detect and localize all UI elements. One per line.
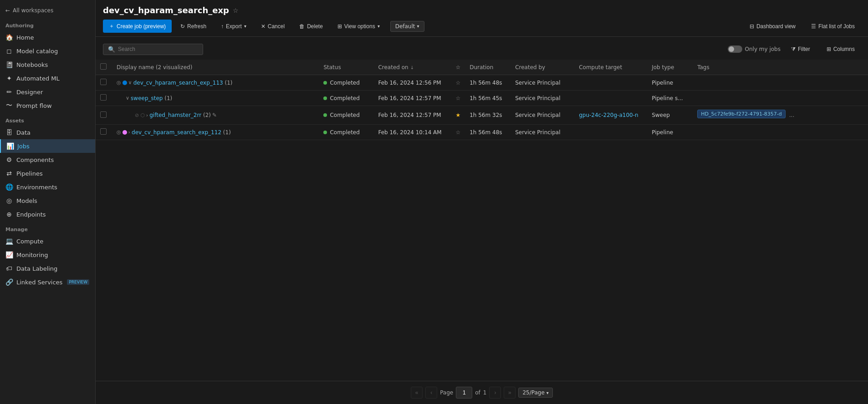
- last-page-button[interactable]: »: [504, 387, 516, 399]
- authoring-section: Authoring: [0, 17, 95, 30]
- sidebar-item-notebooks[interactable]: 📓 Notebooks: [0, 58, 95, 71]
- sidebar-item-label: Monitoring: [16, 252, 48, 258]
- col-header-created-by[interactable]: Created by: [511, 60, 574, 75]
- row3-created-on: Feb 16, 2024 12:57 PM: [373, 106, 451, 125]
- row3-job-link[interactable]: gifted_hamster_2rr (2): [149, 112, 211, 118]
- row2-star-cell: ☆: [451, 91, 465, 106]
- sidebar-item-components[interactable]: ⚙ Components: [0, 153, 95, 167]
- sidebar-item-compute[interactable]: 💻 Compute: [0, 234, 95, 248]
- back-button[interactable]: ← All workspaces: [0, 4, 95, 17]
- select-all-checkbox[interactable]: [100, 63, 107, 70]
- page-input[interactable]: [456, 387, 472, 399]
- row2-checkbox[interactable]: [100, 94, 107, 101]
- row1-job-link[interactable]: dev_cv_hparam_search_exp_113 (1): [133, 80, 233, 86]
- star-col-icon: ☆: [455, 64, 460, 71]
- row3-name: ⊘ ⬡ › gifted_hamster_2rr (2) ✎: [112, 106, 319, 125]
- sidebar-item-designer[interactable]: ✏ Designer: [0, 85, 95, 99]
- col-header-tags[interactable]: Tags: [693, 60, 868, 75]
- sidebar-item-jobs[interactable]: 📊 Jobs: [0, 139, 95, 153]
- row1-checkbox[interactable]: [100, 79, 107, 85]
- sidebar-item-data[interactable]: 🗄 Data: [0, 126, 95, 139]
- table-row: ◎ ∨ dev_cv_hparam_search_exp_113 (1): [96, 75, 868, 91]
- dashboard-view-button[interactable]: ⊟ Dashboard view: [744, 20, 802, 32]
- row2-job-link[interactable]: sweep_step (1): [131, 95, 172, 101]
- preview-badge: PREVIEW: [67, 279, 89, 285]
- row4-star-icon[interactable]: ☆: [455, 129, 460, 136]
- sidebar-item-label: Data Labeling: [16, 265, 57, 272]
- row2-duration: 1h 56m 45s: [465, 91, 511, 106]
- col-header-duration[interactable]: Duration: [465, 60, 511, 75]
- sidebar-item-label: Home: [16, 34, 34, 41]
- row2-job-type: Pipeline s...: [647, 91, 693, 106]
- per-page-select[interactable]: 25/Page ▾: [518, 388, 552, 398]
- col-header-status[interactable]: Status: [319, 60, 373, 75]
- compute-icon: 💻: [5, 237, 13, 245]
- first-page-button[interactable]: «: [411, 387, 423, 399]
- row4-created-on: Feb 16, 2024 10:14 AM: [373, 125, 451, 140]
- export-button[interactable]: ↑ Export ▾: [215, 20, 252, 32]
- view-default-select[interactable]: Default ▾: [390, 21, 424, 32]
- row3-tags: HD_5c72fe9b-f272-4791-8357-d ···: [693, 106, 868, 125]
- row3-more-button[interactable]: ···: [787, 111, 797, 121]
- create-job-button[interactable]: ＋ Create job (preview): [103, 20, 172, 33]
- sidebar-item-model-catalog[interactable]: ◻ Model catalog: [0, 44, 95, 58]
- flat-list-button[interactable]: ☰ Flat list of Jobs: [805, 20, 861, 32]
- sidebar-item-automated-ml[interactable]: ✦ Automated ML: [0, 71, 95, 85]
- monitoring-icon: 📈: [5, 251, 13, 258]
- refresh-button[interactable]: ↻ Refresh: [174, 20, 212, 32]
- sidebar-item-data-labeling[interactable]: 🏷 Data Labeling: [0, 262, 95, 275]
- row3-checkbox[interactable]: [100, 111, 107, 118]
- designer-icon: ✏: [5, 88, 13, 96]
- sidebar: ← All workspaces Authoring 🏠 Home ◻ Mode…: [0, 0, 96, 404]
- row3-star-icon[interactable]: ★: [455, 112, 460, 118]
- columns-button[interactable]: ⊞ Columns: [821, 43, 861, 55]
- row4-expand-icon[interactable]: ›: [128, 129, 130, 135]
- row3-check: [96, 106, 112, 125]
- per-page-chevron-icon: ▾: [546, 390, 549, 395]
- view-options-button[interactable]: ⊞ View options ▾: [332, 20, 386, 32]
- list-icon: ☰: [811, 23, 816, 30]
- sidebar-item-home[interactable]: 🏠 Home: [0, 30, 95, 44]
- row3-edit-icon[interactable]: ✎: [212, 112, 217, 118]
- automated-ml-icon: ✦: [5, 75, 13, 82]
- row4-checkbox[interactable]: [100, 128, 107, 135]
- sidebar-item-pipelines[interactable]: ⇄ Pipelines: [0, 167, 95, 180]
- sidebar-item-label: Pipelines: [16, 170, 43, 177]
- row1-expand-icon[interactable]: ∨: [128, 80, 132, 86]
- col-header-compute[interactable]: Compute target: [574, 60, 647, 75]
- row2-collapse-icon[interactable]: ∨: [126, 95, 129, 101]
- search-input[interactable]: [118, 46, 198, 52]
- sidebar-item-prompt-flow[interactable]: 〜 Prompt flow: [0, 99, 95, 112]
- row2-star-icon[interactable]: ☆: [455, 95, 460, 101]
- col-header-created-on[interactable]: Created on ↓: [373, 60, 451, 75]
- col-header-name[interactable]: Display name (2 visualized): [112, 60, 319, 75]
- delete-button[interactable]: 🗑 Delete: [293, 20, 329, 32]
- sidebar-item-label: Prompt flow: [16, 102, 52, 109]
- col-header-job-type[interactable]: Job type: [647, 60, 693, 75]
- sidebar-item-environments[interactable]: 🌐 Environments: [0, 180, 95, 194]
- row3-expand-icon[interactable]: ›: [146, 112, 148, 118]
- only-my-jobs-toggle[interactable]: [728, 45, 742, 53]
- prev-page-button[interactable]: ‹: [425, 387, 437, 399]
- sidebar-item-models[interactable]: ◎ Models: [0, 194, 95, 207]
- sidebar-item-linked-services[interactable]: 🔗 Linked Services PREVIEW: [0, 275, 95, 289]
- sidebar-item-label: Designer: [16, 89, 43, 96]
- table-row: ⊘ ⬡ › gifted_hamster_2rr (2) ✎: [96, 106, 868, 125]
- row1-compute: [574, 75, 647, 91]
- sidebar-item-endpoints[interactable]: ⊕ Endpoints: [0, 207, 95, 221]
- row4-compute: [574, 125, 647, 140]
- row1-tags: [693, 75, 868, 91]
- title-star-icon[interactable]: ☆: [233, 7, 239, 14]
- row4-name: ◎ › dev_cv_hparam_search_exp_112 (1): [112, 125, 319, 140]
- next-page-button[interactable]: ›: [489, 387, 501, 399]
- row4-job-link[interactable]: dev_cv_hparam_search_exp_112 (1): [132, 129, 231, 136]
- data-icon: 🗄: [5, 129, 13, 136]
- cancel-button[interactable]: ✕ Cancel: [255, 20, 291, 32]
- sidebar-item-label: Models: [16, 197, 37, 204]
- row3-compute-link[interactable]: gpu-24c-220g-a100-n: [579, 112, 638, 118]
- filter-icon: ⧩: [791, 46, 796, 52]
- filter-button[interactable]: ⧩ Filter: [785, 43, 816, 55]
- table-row: ◎ › dev_cv_hparam_search_exp_112 (1): [96, 125, 868, 140]
- sidebar-item-monitoring[interactable]: 📈 Monitoring: [0, 248, 95, 262]
- row1-star-icon[interactable]: ☆: [455, 80, 460, 86]
